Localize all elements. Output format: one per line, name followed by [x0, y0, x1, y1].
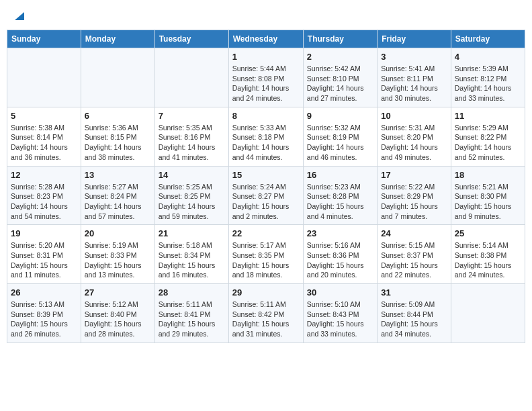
day-number: 1 [232, 52, 300, 62]
day-info: Sunrise: 5:25 AM Sunset: 8:25 PM Dayligh… [159, 182, 225, 222]
day-info: Sunrise: 5:21 AM Sunset: 8:30 PM Dayligh… [455, 182, 521, 222]
calendar-cell: 26Sunrise: 5:13 AM Sunset: 8:39 PM Dayli… [7, 284, 81, 343]
day-number: 29 [232, 287, 300, 298]
day-info: Sunrise: 5:09 AM Sunset: 8:44 PM Dayligh… [381, 300, 447, 339]
calendar-cell [81, 48, 154, 107]
day-info: Sunrise: 5:11 AM Sunset: 8:42 PM Dayligh… [232, 300, 300, 339]
day-info: Sunrise: 5:32 AM Sunset: 8:19 PM Dayligh… [307, 123, 373, 163]
calendar-cell: 25Sunrise: 5:14 AM Sunset: 8:38 PM Dayli… [451, 225, 525, 284]
day-number: 12 [11, 170, 77, 180]
day-of-week-header: Friday [378, 30, 451, 48]
day-info: Sunrise: 5:20 AM Sunset: 8:31 PM Dayligh… [11, 240, 77, 280]
day-number: 2 [307, 52, 373, 62]
day-of-week-header: Monday [81, 30, 154, 48]
calendar-cell: 13Sunrise: 5:27 AM Sunset: 8:24 PM Dayli… [81, 166, 154, 225]
calendar-week-row: 12Sunrise: 5:28 AM Sunset: 8:23 PM Dayli… [7, 166, 525, 225]
day-info: Sunrise: 5:15 AM Sunset: 8:37 PM Dayligh… [381, 240, 447, 280]
calendar-cell: 17Sunrise: 5:22 AM Sunset: 8:29 PM Dayli… [378, 166, 451, 225]
day-number: 7 [159, 111, 225, 121]
day-info: Sunrise: 5:27 AM Sunset: 8:24 PM Dayligh… [85, 182, 151, 222]
day-number: 20 [85, 228, 151, 238]
day-number: 6 [85, 111, 151, 121]
day-info: Sunrise: 5:10 AM Sunset: 8:43 PM Dayligh… [307, 300, 373, 339]
calendar-cell: 30Sunrise: 5:10 AM Sunset: 8:43 PM Dayli… [303, 284, 377, 343]
calendar-cell: 15Sunrise: 5:24 AM Sunset: 8:27 PM Dayli… [228, 166, 303, 225]
day-number: 15 [232, 170, 300, 180]
calendar-cell: 12Sunrise: 5:28 AM Sunset: 8:23 PM Dayli… [7, 166, 81, 225]
svg-marker-0 [15, 12, 24, 20]
day-of-week-header: Tuesday [154, 30, 228, 48]
calendar-week-row: 5Sunrise: 5:38 AM Sunset: 8:14 PM Daylig… [7, 107, 525, 166]
day-info: Sunrise: 5:41 AM Sunset: 8:11 PM Dayligh… [381, 64, 447, 103]
calendar-cell: 3Sunrise: 5:41 AM Sunset: 8:11 PM Daylig… [378, 48, 451, 107]
calendar-header-row: SundayMondayTuesdayWednesdayThursdayFrid… [7, 30, 525, 48]
day-number: 21 [159, 228, 225, 238]
day-info: Sunrise: 5:42 AM Sunset: 8:10 PM Dayligh… [307, 64, 373, 103]
day-number: 25 [455, 228, 521, 238]
day-number: 3 [381, 52, 447, 62]
day-of-week-header: Thursday [303, 30, 377, 48]
calendar-cell: 10Sunrise: 5:31 AM Sunset: 8:20 PM Dayli… [378, 107, 451, 166]
day-number: 28 [159, 287, 225, 298]
day-info: Sunrise: 5:33 AM Sunset: 8:18 PM Dayligh… [232, 123, 300, 163]
day-info: Sunrise: 5:44 AM Sunset: 8:08 PM Dayligh… [232, 64, 300, 103]
day-number: 22 [232, 228, 300, 238]
calendar-cell: 6Sunrise: 5:36 AM Sunset: 8:15 PM Daylig… [81, 107, 154, 166]
day-number: 5 [11, 111, 77, 121]
day-number: 27 [85, 287, 151, 298]
day-info: Sunrise: 5:11 AM Sunset: 8:41 PM Dayligh… [159, 300, 225, 339]
day-info: Sunrise: 5:12 AM Sunset: 8:40 PM Dayligh… [85, 300, 151, 339]
day-of-week-header: Sunday [7, 30, 81, 48]
calendar-cell: 4Sunrise: 5:39 AM Sunset: 8:12 PM Daylig… [451, 48, 525, 107]
day-of-week-header: Wednesday [228, 30, 303, 48]
day-number: 18 [455, 170, 521, 180]
calendar-cell: 23Sunrise: 5:16 AM Sunset: 8:36 PM Dayli… [303, 225, 377, 284]
day-info: Sunrise: 5:14 AM Sunset: 8:38 PM Dayligh… [455, 240, 521, 280]
day-number: 26 [11, 287, 77, 298]
calendar-cell: 20Sunrise: 5:19 AM Sunset: 8:33 PM Dayli… [81, 225, 154, 284]
calendar-cell: 22Sunrise: 5:17 AM Sunset: 8:35 PM Dayli… [228, 225, 303, 284]
calendar-cell: 31Sunrise: 5:09 AM Sunset: 8:44 PM Dayli… [378, 284, 451, 343]
day-info: Sunrise: 5:35 AM Sunset: 8:16 PM Dayligh… [159, 123, 225, 163]
calendar-cell: 16Sunrise: 5:23 AM Sunset: 8:28 PM Dayli… [303, 166, 377, 225]
day-info: Sunrise: 5:16 AM Sunset: 8:36 PM Dayligh… [307, 240, 373, 280]
calendar-cell: 9Sunrise: 5:32 AM Sunset: 8:19 PM Daylig… [303, 107, 377, 166]
day-number: 30 [307, 287, 373, 298]
calendar-week-row: 1Sunrise: 5:44 AM Sunset: 8:08 PM Daylig… [7, 48, 525, 107]
calendar-cell: 21Sunrise: 5:18 AM Sunset: 8:34 PM Dayli… [154, 225, 228, 284]
calendar-cell: 29Sunrise: 5:11 AM Sunset: 8:42 PM Dayli… [228, 284, 303, 343]
calendar-body: 1Sunrise: 5:44 AM Sunset: 8:08 PM Daylig… [7, 48, 525, 343]
calendar-cell: 27Sunrise: 5:12 AM Sunset: 8:40 PM Dayli… [81, 284, 154, 343]
day-number: 4 [455, 52, 521, 62]
day-info: Sunrise: 5:39 AM Sunset: 8:12 PM Dayligh… [455, 64, 521, 103]
calendar-cell: 5Sunrise: 5:38 AM Sunset: 8:14 PM Daylig… [7, 107, 81, 166]
calendar-cell: 1Sunrise: 5:44 AM Sunset: 8:08 PM Daylig… [228, 48, 303, 107]
day-number: 16 [307, 170, 373, 180]
calendar-week-row: 26Sunrise: 5:13 AM Sunset: 8:39 PM Dayli… [7, 284, 525, 343]
calendar-table: SundayMondayTuesdayWednesdayThursdayFrid… [7, 30, 525, 343]
day-info: Sunrise: 5:17 AM Sunset: 8:35 PM Dayligh… [232, 240, 300, 280]
day-info: Sunrise: 5:36 AM Sunset: 8:15 PM Dayligh… [85, 123, 151, 163]
calendar-cell: 28Sunrise: 5:11 AM Sunset: 8:41 PM Dayli… [154, 284, 228, 343]
day-number: 13 [85, 170, 151, 180]
calendar-cell: 14Sunrise: 5:25 AM Sunset: 8:25 PM Dayli… [154, 166, 228, 225]
calendar-cell: 19Sunrise: 5:20 AM Sunset: 8:31 PM Dayli… [7, 225, 81, 284]
day-info: Sunrise: 5:13 AM Sunset: 8:39 PM Dayligh… [11, 300, 77, 339]
calendar-week-row: 19Sunrise: 5:20 AM Sunset: 8:31 PM Dayli… [7, 225, 525, 284]
day-number: 14 [159, 170, 225, 180]
day-info: Sunrise: 5:19 AM Sunset: 8:33 PM Dayligh… [85, 240, 151, 280]
page-header [7, 7, 525, 24]
day-number: 24 [381, 228, 447, 238]
day-number: 19 [11, 228, 77, 238]
day-number: 31 [381, 287, 447, 298]
day-info: Sunrise: 5:22 AM Sunset: 8:29 PM Dayligh… [381, 182, 447, 222]
calendar-cell [451, 284, 525, 343]
calendar-cell: 8Sunrise: 5:33 AM Sunset: 8:18 PM Daylig… [228, 107, 303, 166]
day-of-week-header: Saturday [451, 30, 525, 48]
day-info: Sunrise: 5:29 AM Sunset: 8:22 PM Dayligh… [455, 123, 521, 163]
calendar-cell: 18Sunrise: 5:21 AM Sunset: 8:30 PM Dayli… [451, 166, 525, 225]
day-info: Sunrise: 5:23 AM Sunset: 8:28 PM Dayligh… [307, 182, 373, 222]
calendar-cell: 11Sunrise: 5:29 AM Sunset: 8:22 PM Dayli… [451, 107, 525, 166]
calendar-cell: 2Sunrise: 5:42 AM Sunset: 8:10 PM Daylig… [303, 48, 377, 107]
calendar-cell: 24Sunrise: 5:15 AM Sunset: 8:37 PM Dayli… [378, 225, 451, 284]
